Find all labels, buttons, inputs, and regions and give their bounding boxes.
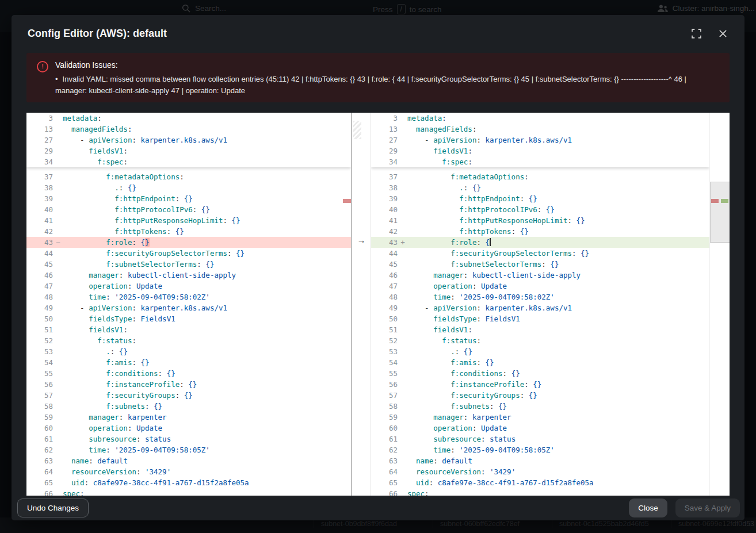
code-line-42[interactable]: 42 f:httpTokens: {} [371, 226, 709, 237]
code-line-51[interactable]: 51 fieldsV1: [371, 324, 709, 335]
code-line-34[interactable]: 34 f:spec: [26, 156, 351, 167]
line-text: manager: kubectl-client-side-apply [63, 270, 351, 281]
code-line-58[interactable]: 58 f:subnets: {} [26, 401, 351, 412]
code-line-44[interactable]: 44 f:securityGroupSelectorTerms: {} [26, 248, 351, 259]
code-line-46[interactable]: 46 manager: kubectl-client-side-apply [371, 270, 709, 281]
code-line-66[interactable]: 66spec: [371, 488, 709, 496]
code-line-50[interactable]: 50 fieldsType: FieldsV1 [26, 313, 351, 324]
code-line-55[interactable]: 55 f:conditions: {} [26, 368, 351, 379]
code-line-64[interactable]: 64 resourceVersion: '3429' [371, 466, 709, 477]
code-line-41[interactable]: 41 f:httpPutResponseHopLimit: {} [26, 215, 351, 226]
overview-ruler-slider[interactable] [710, 182, 730, 243]
revert-change-button[interactable]: → [352, 235, 371, 246]
code-line-52[interactable]: 52 f:status: [26, 335, 351, 346]
code-line-61[interactable]: 61 subresource: status [26, 434, 351, 444]
line-text: f:metadataOptions: [407, 171, 709, 182]
code-line-37[interactable]: 37 f:metadataOptions: [371, 171, 709, 182]
code-line-43[interactable]: 43+ f:role: { [371, 237, 709, 248]
code-line-50[interactable]: 50 fieldsType: FieldsV1 [371, 313, 709, 324]
code-line-48[interactable]: 48 time: '2025-09-04T09:58:02Z' [371, 292, 709, 302]
line-text: f:subnets: {} [407, 401, 709, 412]
code-line-41[interactable]: 41 f:httpPutResponseHopLimit: {} [371, 215, 709, 226]
code-line-49[interactable]: 49 - apiVersion: karpenter.k8s.aws/v1 [371, 302, 709, 313]
code-line-65[interactable]: 65 uid: c8afe97e-38cc-4f91-a767-d15f2a8f… [26, 477, 351, 488]
code-line-29[interactable]: 29 fieldsV1: [371, 145, 709, 156]
code-line-54[interactable]: 54 f:amis: {} [26, 357, 351, 368]
overview-ruler[interactable] [709, 113, 730, 496]
code-line-27[interactable]: 27 - apiVersion: karpenter.k8s.aws/v1 [26, 135, 351, 145]
code-line-59[interactable]: 59 manager: karpenter [371, 412, 709, 423]
code-line-13[interactable]: 13 managedFields: [26, 124, 351, 135]
code-line-57[interactable]: 57 f:securityGroups: {} [26, 390, 351, 401]
code-line-47[interactable]: 47 operation: Update [26, 281, 351, 292]
code-line-63[interactable]: 63 name: default [371, 455, 709, 466]
code-line-43[interactable]: 43− f:role: {} [26, 237, 351, 248]
diff-sign [398, 423, 407, 434]
code-line-39[interactable]: 39 f:httpEndpoint: {} [371, 193, 709, 204]
code-line-34[interactable]: 34 f:spec: [371, 156, 709, 167]
code-line-45[interactable]: 45 f:subnetSelectorTerms: {} [26, 259, 351, 270]
code-line-60[interactable]: 60 operation: Update [26, 423, 351, 434]
line-text: name: default [407, 455, 709, 466]
code-line-61[interactable]: 61 subresource: status [371, 434, 709, 444]
code-line-51[interactable]: 51 fieldsV1: [26, 324, 351, 335]
code-line-53[interactable]: 53 .: {} [371, 346, 709, 357]
code-line-40[interactable]: 40 f:httpProtocolIPv6: {} [26, 204, 351, 215]
undo-changes-button[interactable]: Undo Changes [17, 499, 89, 517]
code-line-56[interactable]: 56 f:instanceProfile: {} [26, 379, 351, 390]
modified-pane[interactable]: 3metadata:13 managedFields:27 - apiVersi… [371, 113, 709, 496]
close-button[interactable] [717, 28, 728, 39]
code-line-64[interactable]: 64 resourceVersion: '3429' [26, 466, 351, 477]
close-footer-button[interactable]: Close [629, 499, 667, 517]
code-line-56[interactable]: 56 f:instanceProfile: {} [371, 379, 709, 390]
code-line-37[interactable]: 37 f:metadataOptions: [26, 171, 351, 182]
code-line-54[interactable]: 54 f:amis: {} [371, 357, 709, 368]
code-line-38[interactable]: 38 .: {} [371, 182, 709, 193]
line-text: f:spec: [63, 156, 351, 167]
code-line-40[interactable]: 40 f:httpProtocolIPv6: {} [371, 204, 709, 215]
code-line-58[interactable]: 58 f:subnets: {} [371, 401, 709, 412]
original-pane[interactable]: 3metadata:13 managedFields:27 - apiVersi… [26, 113, 351, 496]
diff-sign [54, 335, 63, 346]
save-apply-button[interactable]: Save & Apply [675, 499, 740, 517]
code-line-39[interactable]: 39 f:httpEndpoint: {} [26, 193, 351, 204]
code-line-63[interactable]: 63 name: default [26, 455, 351, 466]
expand-button[interactable] [690, 28, 702, 40]
code-line-65[interactable]: 65 uid: c8afe97e-38cc-4f91-a767-d15f2a8f… [371, 477, 709, 488]
code-line-59[interactable]: 59 manager: karpenter [26, 412, 351, 423]
code-line-38[interactable]: 38 .: {} [26, 182, 351, 193]
code-line-60[interactable]: 60 operation: Update [371, 423, 709, 434]
line-number: 61 [26, 434, 54, 444]
code-line-53[interactable]: 53 .: {} [26, 346, 351, 357]
diff-sign [398, 434, 407, 444]
code-line-44[interactable]: 44 f:securityGroupSelectorTerms: {} [371, 248, 709, 259]
code-line-55[interactable]: 55 f:conditions: {} [371, 368, 709, 379]
line-text: f:metadataOptions: [63, 171, 351, 182]
code-line-47[interactable]: 47 operation: Update [371, 281, 709, 292]
line-text: f:subnetSelectorTerms: {} [63, 259, 351, 270]
diff-sign [54, 346, 63, 357]
code-line-66[interactable]: 66spec: [26, 488, 351, 496]
code-line-52[interactable]: 52 f:status: [371, 335, 709, 346]
code-line-46[interactable]: 46 manager: kubectl-client-side-apply [26, 270, 351, 281]
code-line-49[interactable]: 49 - apiVersion: karpenter.k8s.aws/v1 [26, 302, 351, 313]
line-number: 52 [371, 335, 398, 346]
code-line-48[interactable]: 48 time: '2025-09-04T09:58:02Z' [26, 292, 351, 302]
code-line-57[interactable]: 57 f:securityGroups: {} [371, 390, 709, 401]
left-overview-ruler[interactable] [343, 113, 351, 496]
line-number: 60 [371, 423, 398, 434]
diff-sign [54, 302, 63, 313]
code-line-29[interactable]: 29 fieldsV1: [26, 145, 351, 156]
code-line-62[interactable]: 62 time: '2025-09-04T09:58:05Z' [26, 444, 351, 455]
diff-sash[interactable] [351, 113, 371, 496]
code-line-42[interactable]: 42 f:httpTokens: {} [26, 226, 351, 237]
code-line-13[interactable]: 13 managedFields: [371, 124, 709, 135]
code-line-45[interactable]: 45 f:subnetSelectorTerms: {} [371, 259, 709, 270]
code-line-27[interactable]: 27 - apiVersion: karpenter.k8s.aws/v1 [371, 135, 709, 145]
line-number: 44 [371, 248, 398, 259]
code-line-3[interactable]: 3metadata: [26, 113, 351, 124]
code-line-62[interactable]: 62 time: '2025-09-04T09:58:05Z' [371, 444, 709, 455]
code-line-3[interactable]: 3metadata: [371, 113, 709, 124]
line-number: 49 [371, 302, 398, 313]
line-text: operation: Update [407, 423, 709, 434]
